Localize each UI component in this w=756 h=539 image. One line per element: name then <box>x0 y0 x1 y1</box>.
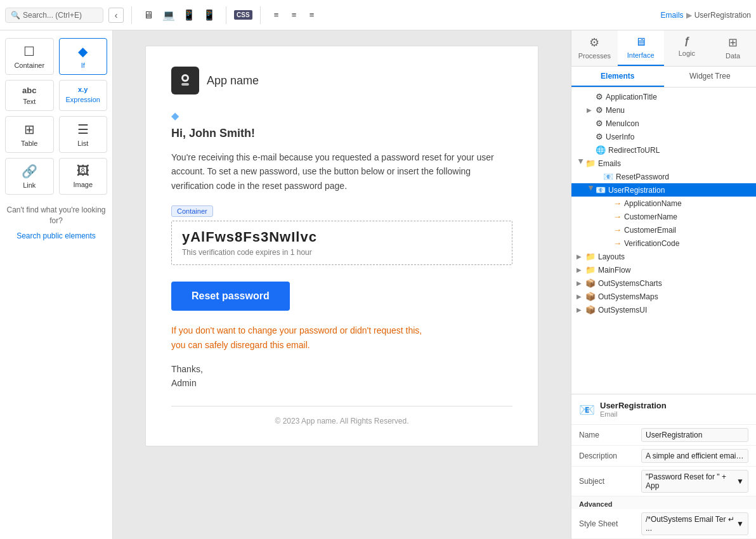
tree-item-layouts[interactable]: ▶ 📁 Layouts <box>571 250 756 263</box>
diamond-icon: ◆ <box>171 110 512 122</box>
prop-stylesheet-text: /*OutSystems Email Ter ↵ ... <box>646 515 736 533</box>
icon-outsystems-ui: 📦 <box>585 305 596 315</box>
css-badge[interactable]: CSS <box>234 10 252 20</box>
search-box[interactable]: 🔍 Search... (Ctrl+E) <box>5 8 103 23</box>
widget-if[interactable]: ◆ If <box>59 38 108 75</box>
icon-menu: ⚙ <box>596 105 603 115</box>
prop-label-subject: Subject <box>579 477 636 486</box>
tab-widget-tree[interactable]: Widget Tree <box>664 67 757 87</box>
label-verification-code: VerificationCode <box>624 239 679 248</box>
if-icon: ◆ <box>78 44 88 59</box>
label-outsystems-ui: OutSystemsUI <box>598 306 647 315</box>
app-name: App name <box>207 74 259 88</box>
prop-row-subject: Subject "Password Reset for " + App ▼ <box>571 467 756 497</box>
tree-item-main-flow[interactable]: ▶ 📁 MainFlow <box>571 263 756 276</box>
right-panel: ⚙ Processes 🖥 Interface ƒ Logic ⊞ Data E… <box>571 30 756 539</box>
widget-expression[interactable]: x.y Expression <box>59 80 108 111</box>
tree-item-outsystems-ui[interactable]: ▶ 📦 OutSystemsUI <box>571 303 756 316</box>
search-icon: 🔍 <box>11 11 20 20</box>
nav-data-label: Data <box>726 52 740 60</box>
container-label: Container <box>14 62 44 69</box>
prop-value-stylesheet[interactable]: /*OutSystems Email Ter ↵ ... ▼ <box>641 512 748 535</box>
svg-point-2 <box>183 76 187 80</box>
prop-section-advanced: Advanced <box>571 497 756 509</box>
label-outsystems-charts: OutSystemsCharts <box>598 279 662 288</box>
icon-user-info: ⚙ <box>596 132 603 141</box>
reset-password-button[interactable]: Reset password <box>171 282 290 311</box>
nav-logic[interactable]: ƒ Logic <box>664 30 710 66</box>
email-preview: App name ◆ Hi, John Smith! You're receiv… <box>145 46 538 446</box>
arrow-menu: ▶ <box>587 107 596 114</box>
tree-item-outsystems-maps[interactable]: ▶ 📦 OutSystemsMaps <box>571 290 756 303</box>
breadcrumb-parent[interactable]: Emails <box>661 11 684 20</box>
widget-grid: ☐ Container ◆ If abc Text x.y Expression… <box>5 38 107 195</box>
tree-item-menu[interactable]: ▶ ⚙ Menu <box>571 103 756 117</box>
arrow-outsystems-ui: ▶ <box>577 306 585 313</box>
main-layout: ☐ Container ◆ If abc Text x.y Expression… <box>0 30 756 539</box>
prop-value-name[interactable]: UserRegistration <box>641 428 748 442</box>
arrow-main-flow: ▶ <box>577 266 585 273</box>
desktop-icon[interactable]: 💻 <box>160 6 178 24</box>
nav-interface-label: Interface <box>627 51 655 59</box>
verification-code: yAlFws8Fs3NwIlvc <box>182 229 502 245</box>
table-label: Table <box>21 140 37 147</box>
if-label: If <box>81 62 85 69</box>
nav-processes[interactable]: ⚙ Processes <box>571 30 618 66</box>
align-left-icon[interactable]: ≡ <box>268 7 285 23</box>
svg-rect-1 <box>181 83 189 86</box>
container-icon: ☐ <box>23 44 35 59</box>
tree-item-verification-code[interactable]: → VerificationCode <box>571 237 756 250</box>
arrow-user-registration: ▶ <box>588 186 595 195</box>
prop-value-description[interactable]: A simple and efficient emai ... <box>641 449 748 463</box>
tree-item-user-registration[interactable]: ▶ 📧 UserRegistration <box>571 183 756 197</box>
widget-image[interactable]: 🖼 Image <box>59 158 108 195</box>
widget-container[interactable]: ☐ Container <box>5 38 54 75</box>
email-footer-text: If you don't want to change your passwor… <box>171 323 512 352</box>
label-main-flow: MainFlow <box>598 266 630 275</box>
prop-row-name: Name UserRegistration <box>571 425 756 446</box>
icon-application-name: → <box>613 198 622 208</box>
sidebar-hint: Can't find what you're looking for? <box>5 205 107 226</box>
align-center-icon[interactable]: ≡ <box>286 7 303 23</box>
tree-item-user-info[interactable]: ⚙ UserInfo <box>571 130 756 143</box>
collapse-sidebar-button[interactable]: ‹ <box>108 8 124 23</box>
tree-item-reset-password[interactable]: 📧 ResetPassword <box>571 170 756 183</box>
tree-item-outsystems-charts[interactable]: ▶ 📦 OutSystemsCharts <box>571 276 756 290</box>
widget-text[interactable]: abc Text <box>5 80 54 111</box>
tab-elements[interactable]: Elements <box>571 67 664 87</box>
tree-item-application-title[interactable]: ⚙ ApplicationTitle <box>571 90 756 103</box>
desktop-large-icon[interactable]: 🖥 <box>140 6 157 24</box>
icon-verification-code: → <box>613 238 622 248</box>
nav-interface[interactable]: 🖥 Interface <box>618 30 664 66</box>
tree-item-customer-name[interactable]: → CustomerName <box>571 210 756 223</box>
tablet-landscape-icon[interactable]: 📱 <box>180 6 198 24</box>
email-thanks: Thanks, Admin <box>171 362 512 391</box>
label-customer-email: CustomerEmail <box>624 226 676 235</box>
tablet-portrait-icon[interactable]: 📱 <box>200 6 218 24</box>
tree-item-redirect-to-url[interactable]: 🌐 RedirectToURL <box>571 143 756 157</box>
tree-item-emails[interactable]: ▶ 📁 Emails <box>571 157 756 170</box>
search-public-link[interactable]: Search public elements <box>5 231 107 240</box>
center-canvas[interactable]: App name ◆ Hi, John Smith! You're receiv… <box>113 30 571 539</box>
processes-icon: ⚙ <box>589 36 599 49</box>
widget-table[interactable]: ⊞ Table <box>5 116 54 153</box>
label-redirect-to-url: RedirectToURL <box>608 146 660 155</box>
tree-item-customer-email[interactable]: → CustomerEmail <box>571 223 756 237</box>
interface-icon: 🖥 <box>635 36 646 49</box>
prop-header-text: UserRegistration Email <box>600 401 667 418</box>
nav-data[interactable]: ⊞ Data <box>710 30 756 66</box>
widget-link[interactable]: 🔗 Link <box>5 158 54 195</box>
align-right-icon[interactable]: ≡ <box>304 7 320 23</box>
search-placeholder: Search... (Ctrl+E) <box>23 11 82 20</box>
expression-icon: x.y <box>78 86 88 93</box>
prop-value-subject[interactable]: "Password Reset for " + App ▼ <box>641 470 748 493</box>
label-reset-password: ResetPassword <box>616 172 669 181</box>
email-copyright: © 2023 App name. All Rights Reserved. <box>171 417 512 425</box>
prop-subtitle: Email <box>600 410 667 418</box>
tree-item-menu-icon[interactable]: ⚙ MenuIcon <box>571 117 756 130</box>
tree-item-application-name[interactable]: → ApplicationName <box>571 197 756 210</box>
text-label: Text <box>23 98 36 105</box>
top-nav: ⚙ Processes 🖥 Interface ƒ Logic ⊞ Data <box>571 30 756 67</box>
widget-list[interactable]: ☰ List <box>59 116 108 153</box>
prop-header-icon: 📧 <box>579 402 595 417</box>
